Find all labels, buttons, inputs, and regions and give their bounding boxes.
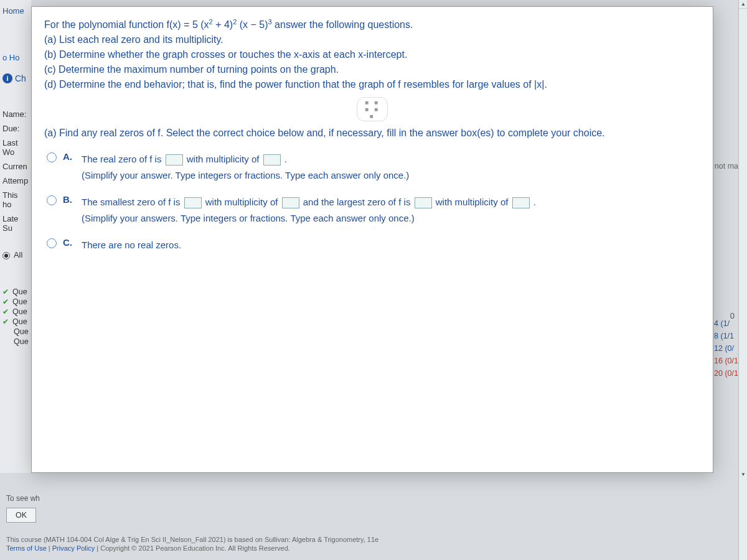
radio-choice-a[interactable] <box>47 152 57 162</box>
footer-privacy-link[interactable]: Privacy Policy <box>52 544 95 552</box>
answer-input-b-mult2[interactable] <box>512 197 530 208</box>
sidebar-label-lastwo: Last Wo <box>0 136 31 159</box>
answer-input-b-zero1[interactable] <box>184 197 202 208</box>
problem-part-d: (d) Determine the end behavior; that is,… <box>44 79 547 90</box>
problem-part-a: (a) List each real zero and its multipli… <box>44 34 223 45</box>
list-item[interactable]: ✔Que <box>2 307 31 317</box>
sidebar-label-curren: Curren <box>0 159 31 174</box>
choice-a-letter: A. <box>63 151 75 162</box>
check-icon: ✔ <box>2 317 9 326</box>
choice-b-text-pre: The smallest zero of f is <box>82 197 183 207</box>
sidebar-label-latesu: Late Su <box>0 212 31 235</box>
choice-c-letter: C. <box>63 237 75 248</box>
sidebar-label-thisho: This ho <box>0 188 31 212</box>
nav-home-link[interactable]: Home <box>0 0 31 22</box>
choice-a-hint: (Simplify your answer. Type integers or … <box>82 170 409 180</box>
list-item[interactable]: ✔Que <box>2 297 31 307</box>
answer-input-a-zero[interactable] <box>166 154 183 166</box>
background-left-nav: Home o Ho i Ch Name: Due: Last Wo Curren… <box>0 0 31 473</box>
choice-b-row: B. The smallest zero of f is with multip… <box>47 194 700 226</box>
answer-input-b-zero2[interactable] <box>415 197 432 208</box>
check-icon: ✔ <box>2 297 9 306</box>
nav-ch-label: Ch <box>15 73 26 83</box>
choice-c-row: C. There are no real zeros. <box>47 237 700 253</box>
choice-b-text-mid1: with multiplicity of <box>205 197 281 207</box>
choice-b-text-mid3: with multiplicity of <box>436 197 511 207</box>
sidebar-label-name: Name: <box>0 107 31 121</box>
ok-button[interactable]: OK <box>6 508 36 523</box>
problem-stem: For the polynomial function f(x) = 5 (x2… <box>44 17 700 92</box>
choice-a-row: A. The real zero of f is with multiplici… <box>47 151 700 183</box>
section-divider-icon[interactable]: ■ ■ ■ ■ ■ <box>357 97 388 121</box>
footer-terms-link[interactable]: Terms of Use <box>6 544 47 552</box>
list-item[interactable]: ✔Que <box>2 317 31 327</box>
list-item[interactable]: Que <box>2 337 31 347</box>
scroll-down-icon[interactable]: ▼ <box>739 470 747 479</box>
problem-part-b: (b) Determine whether the graph crosses … <box>44 49 407 60</box>
nav-oho-link[interactable]: o Ho <box>0 47 31 68</box>
sidebar-question-list: ✔Que ✔Que ✔Que ✔Que Que Que <box>0 287 31 347</box>
radio-choice-c[interactable] <box>47 238 57 248</box>
choice-a-text-pre: The real zero of f is <box>82 154 164 164</box>
list-item[interactable]: ✔Que <box>2 287 31 297</box>
choice-b-text-mid2: and the largest zero of f is <box>303 197 413 207</box>
sidebar-label-due: Due: <box>0 121 31 136</box>
footer-course-line: This course (MATH 104-004 Col Alge & Tri… <box>6 536 378 543</box>
check-icon: ✔ <box>2 287 9 296</box>
scroll-up-icon[interactable]: ▲ <box>739 0 747 9</box>
choice-b-text-post: . <box>533 197 536 207</box>
answer-input-b-mult1[interactable] <box>282 197 299 208</box>
part-a-instruction: (a) Find any real zeros of f. Select the… <box>44 128 700 139</box>
sidebar-all-filter[interactable]: All <box>0 248 31 262</box>
check-icon: ✔ <box>2 307 9 316</box>
course-footer: This course (MATH 104-004 Col Alge & Tri… <box>6 535 691 553</box>
radio-choice-b[interactable] <box>47 195 57 205</box>
sidebar-label-attemp: Attemp <box>0 174 31 188</box>
below-modal-area: To see wh OK <box>0 479 728 523</box>
list-item[interactable]: Que <box>2 327 31 337</box>
to-see-text: To see wh <box>6 494 722 503</box>
problem-part-c: (c) Determine the maximum number of turn… <box>44 64 339 75</box>
question-modal: For the polynomial function f(x) = 5 (x2… <box>31 6 713 473</box>
footer-copyright: Copyright © 2021 Pearson Education Inc. … <box>100 544 290 552</box>
choice-c-text: There are no real zeros. <box>82 237 181 253</box>
choice-a-text-mid: with multiplicity of <box>187 154 262 164</box>
choice-a-text-post: . <box>284 154 287 164</box>
page-scrollbar[interactable]: ▲ ▼ <box>738 0 747 560</box>
answer-input-a-mult[interactable] <box>263 154 281 166</box>
info-icon: i <box>2 73 12 83</box>
nav-ch-row[interactable]: i Ch <box>0 68 31 88</box>
choice-b-letter: B. <box>63 194 75 205</box>
choice-b-hint: (Simplify your answers. Type integers or… <box>82 213 415 223</box>
